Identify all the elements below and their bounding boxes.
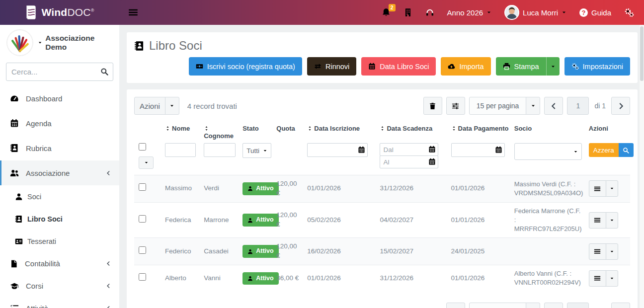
caret-down-icon (263, 149, 267, 153)
per-page-button[interactable]: 15 per pagina (469, 303, 527, 308)
sidebar-item-attivita[interactable]: Attività (0, 297, 119, 308)
prev-page-button[interactable] (544, 97, 563, 115)
cell-quota: 120,00 € (275, 175, 306, 203)
sort-icon (451, 126, 457, 131)
user-menu[interactable]: Luca Morri (504, 5, 566, 20)
per-page-button[interactable]: 15 per pagina (469, 97, 527, 115)
search-icon (100, 68, 108, 76)
headphones-icon (425, 8, 434, 17)
row-menu-button[interactable] (589, 180, 606, 197)
col-data-scadenza[interactable]: Data Scadenza (379, 122, 450, 142)
azioni-dropdown-button[interactable] (165, 97, 179, 115)
delete-selected-button[interactable] (423, 97, 442, 115)
data-libro-soci-button[interactable]: Data Libro Soci (361, 57, 436, 76)
sidebar-item-soci[interactable]: Soci (0, 185, 119, 208)
stampa-button[interactable]: Stampa (496, 57, 546, 76)
importa-button[interactable]: Importa (441, 57, 490, 76)
filter-stato-select[interactable]: Tutti (242, 143, 271, 158)
next-page-button[interactable] (611, 303, 630, 308)
select-all-checkbox[interactable] (139, 143, 146, 151)
row-menu-button[interactable] (589, 212, 606, 229)
user-icon (15, 193, 23, 201)
calendar-icon[interactable] (358, 146, 365, 154)
row-checkbox[interactable] (139, 215, 146, 223)
sidebar-item-rubrica[interactable]: Rubrica (0, 136, 119, 160)
col-cognome[interactable]: Cognome (203, 122, 242, 142)
filter-search-button[interactable] (619, 143, 634, 157)
page-number-input[interactable] (567, 303, 589, 308)
azioni-split-button: Azioni (134, 97, 179, 115)
sliders-icon (452, 102, 459, 110)
notifications-button[interactable]: 2 (382, 8, 391, 17)
scrollbar[interactable] (640, 25, 644, 308)
search-input[interactable] (6, 63, 113, 81)
menu-icon (594, 275, 601, 282)
column-settings-button[interactable] (446, 97, 465, 115)
filter-actions: Azzera (589, 143, 634, 157)
col-data-iscrizione[interactable]: Data Iscrizione (306, 122, 379, 142)
next-page-button[interactable] (611, 97, 630, 115)
avatar (504, 5, 519, 20)
organization-selector[interactable]: Associazione Demo (38, 34, 112, 52)
settings-button[interactable] (624, 7, 634, 17)
row-dropdown-button[interactable] (606, 270, 618, 287)
per-page-dropdown-button[interactable] (526, 303, 540, 308)
azioni-button[interactable]: Azioni (134, 97, 165, 115)
cell-data-iscrizione: 05/02/2026 (306, 202, 379, 238)
row-actions (589, 270, 618, 287)
cell-data-scadenza: 04/02/2027 (379, 202, 450, 238)
stampa-dropdown-button[interactable] (546, 57, 560, 76)
address-book-icon (134, 41, 145, 51)
iscrivi-socio-button[interactable]: Iscrivi socio (registra quota) (189, 57, 302, 76)
sidebar-item-corsi[interactable]: Corsi (0, 275, 119, 297)
chevron-left-icon (550, 102, 558, 110)
row-menu-button[interactable] (589, 243, 606, 260)
row-checkbox[interactable] (139, 273, 146, 281)
prev-page-button[interactable] (544, 303, 563, 308)
calendar-icon[interactable] (428, 146, 436, 153)
azzera-button[interactable]: Azzera (589, 143, 619, 157)
cell-data-iscrizione: 01/01/2026 (306, 175, 379, 203)
year-selector[interactable]: Anno 2026 (447, 8, 492, 17)
filter-nome-input[interactable] (165, 143, 196, 157)
sidebar-item-dashboard[interactable]: Dashboard (0, 86, 119, 111)
page-title: Libro Soci (134, 39, 630, 53)
help-button[interactable]: ? Guida (579, 8, 611, 17)
col-data-pagamento[interactable]: Data Pagamento (450, 122, 513, 142)
menu-icon (594, 217, 601, 224)
scrollbar-thumb[interactable] (640, 26, 644, 81)
filter-socio-select[interactable] (514, 143, 582, 160)
sort-icon (307, 126, 313, 131)
row-checkbox[interactable] (139, 246, 146, 254)
sidebar-toggle-button[interactable] (128, 7, 138, 17)
status-badge: Attivo (242, 182, 278, 195)
sidebar-item-tesserati[interactable]: Tesserati (0, 230, 119, 252)
printer-icon (503, 63, 510, 70)
users-icon (10, 168, 19, 177)
per-page-selector: 15 per pagina (469, 303, 541, 308)
impostazioni-button[interactable]: Impostazioni (564, 57, 630, 76)
col-nome[interactable]: Nome (164, 122, 203, 142)
sidebar-item-agenda[interactable]: Agenda (0, 111, 119, 136)
rinnovi-button[interactable]: Rinnovi (307, 57, 356, 76)
calendar-icon[interactable] (495, 146, 502, 154)
per-page-dropdown-button[interactable] (526, 97, 540, 115)
support-button[interactable] (425, 8, 434, 17)
delete-selected-button[interactable] (446, 303, 465, 308)
sidebar-item-contabilita[interactable]: Contabilità (0, 252, 119, 275)
page-number-input[interactable] (567, 97, 589, 115)
calendar-icon (10, 119, 19, 128)
sidebar-item-associazione[interactable]: Associazione (0, 160, 119, 185)
row-dropdown-button[interactable] (606, 180, 618, 197)
row-menu-button[interactable] (589, 270, 606, 287)
row-dropdown-button[interactable] (606, 212, 618, 229)
sidebar-item-libro-soci[interactable]: Libro Soci (0, 208, 119, 230)
organization-button[interactable] (403, 8, 412, 17)
filter-cognome-input[interactable] (204, 143, 236, 157)
row-dropdown-button[interactable] (606, 243, 618, 260)
table-row: Alberto Vanni Attivo 36,00 € 01/01/2026 … (134, 265, 630, 292)
selection-dropdown-button[interactable] (139, 156, 154, 169)
cell-nome: Federica (164, 202, 203, 238)
calendar-icon[interactable] (428, 158, 436, 165)
row-checkbox[interactable] (139, 183, 146, 191)
